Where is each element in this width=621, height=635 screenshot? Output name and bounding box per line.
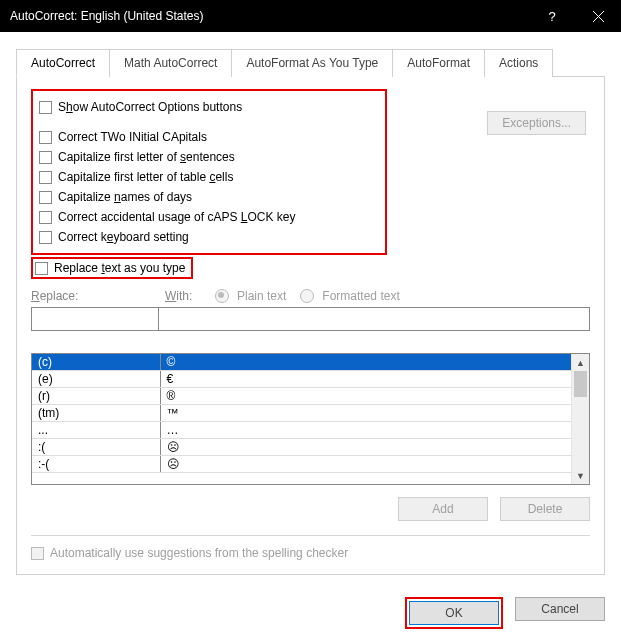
row-first-sentence: Capitalize first letter of sentences	[39, 147, 379, 167]
options-highlight: Show AutoCorrect Options buttons Correct…	[31, 89, 387, 255]
divider	[31, 535, 590, 536]
row-two-initial: Correct TWo INitial CApitals	[39, 127, 379, 147]
label-suggestions: Automatically use suggestions from the s…	[50, 546, 348, 560]
row-caps-lock: Correct accidental usage of cAPS LOCK ke…	[39, 207, 379, 227]
scroll-down-icon[interactable]: ▼	[572, 467, 589, 484]
scroll-track[interactable]	[572, 371, 589, 467]
with-input[interactable]	[159, 307, 590, 331]
cell-to: ☹	[160, 439, 571, 456]
scroll-up-icon[interactable]: ▲	[572, 354, 589, 371]
titlebar: AutoCorrect: English (United States) ?	[0, 0, 621, 32]
dialog-body: AutoCorrect Math AutoCorrect AutoFormat …	[0, 32, 621, 585]
checkbox-keyboard[interactable]	[39, 231, 52, 244]
cell-from: :-(	[32, 456, 160, 473]
add-delete-row: Add Delete	[31, 497, 590, 521]
with-label: With:	[165, 289, 201, 303]
table-scroll[interactable]: (c)©(e)€(r)®(tm)™...…:(☹:-(☹	[32, 354, 571, 484]
table-row[interactable]: ...…	[32, 422, 571, 439]
row-show-options: Show AutoCorrect Options buttons	[39, 97, 379, 117]
row-replace-type-highlight: Replace text as you type	[31, 257, 193, 279]
window-title: AutoCorrect: English (United States)	[10, 9, 529, 23]
tab-autocorrect[interactable]: AutoCorrect	[16, 49, 110, 77]
table-row[interactable]: (e)€	[32, 371, 571, 388]
cell-to: …	[160, 422, 571, 439]
suggestions-row: Automatically use suggestions from the s…	[31, 546, 590, 560]
row-keyboard: Correct keyboard setting	[39, 227, 379, 247]
close-button[interactable]	[575, 0, 621, 32]
cell-from: :(	[32, 439, 160, 456]
label-first-table: Capitalize first letter of table cells	[58, 170, 233, 184]
cell-to: ☹	[160, 456, 571, 473]
help-button[interactable]: ?	[529, 0, 575, 32]
radio-plain-wrap: Plain text	[215, 289, 286, 303]
radio-formatted	[300, 289, 314, 303]
label-show-options: Show AutoCorrect Options buttons	[58, 100, 242, 114]
row-first-table: Capitalize first letter of table cells	[39, 167, 379, 187]
inputs-row	[31, 307, 590, 331]
dialog-footer: OK Cancel	[0, 585, 621, 635]
scroll-thumb[interactable]	[574, 371, 587, 397]
cell-from: (r)	[32, 388, 160, 405]
label-caps-lock: Correct accidental usage of cAPS LOCK ke…	[58, 210, 295, 224]
cell-from: (e)	[32, 371, 160, 388]
options-column: Show AutoCorrect Options buttons Correct…	[31, 89, 387, 279]
ok-button[interactable]: OK	[409, 601, 499, 625]
checkbox-first-sentence[interactable]	[39, 151, 52, 164]
label-replace-type: Replace text as you type	[54, 261, 185, 275]
radio-formatted-label: Formatted text	[322, 289, 399, 303]
row-names-days: Capitalize names of days	[39, 187, 379, 207]
checkbox-two-initial[interactable]	[39, 131, 52, 144]
replace-with-labels: Replace: With: Plain text Formatted text	[31, 289, 590, 303]
options-area: Show AutoCorrect Options buttons Correct…	[31, 89, 590, 279]
replacements-table: (c)©(e)€(r)®(tm)™...…:(☹:-(☹ ▲ ▼	[31, 353, 590, 485]
table-row[interactable]: :-(☹	[32, 456, 571, 473]
table-row[interactable]: :(☹	[32, 439, 571, 456]
table-row[interactable]: (r)®	[32, 388, 571, 405]
tab-actions[interactable]: Actions	[484, 49, 553, 77]
checkbox-show-options[interactable]	[39, 101, 52, 114]
cell-from: ...	[32, 422, 160, 439]
checkbox-replace-type[interactable]	[35, 262, 48, 275]
table-row[interactable]: (c)©	[32, 354, 571, 371]
replace-input[interactable]	[31, 307, 159, 331]
cell-from: (tm)	[32, 405, 160, 422]
cell-from: (c)	[32, 354, 160, 371]
table-row[interactable]: (tm)™	[32, 405, 571, 422]
radio-plain-label: Plain text	[237, 289, 286, 303]
cell-to: ®	[160, 388, 571, 405]
label-names-days: Capitalize names of days	[58, 190, 192, 204]
cell-to: ©	[160, 354, 571, 371]
checkbox-first-table[interactable]	[39, 171, 52, 184]
replace-label: Replace:	[31, 289, 151, 303]
cancel-button[interactable]: Cancel	[515, 597, 605, 621]
radio-formatted-wrap: Formatted text	[300, 289, 399, 303]
radio-plain	[215, 289, 229, 303]
cell-to: €	[160, 371, 571, 388]
autocorrect-dialog: AutoCorrect: English (United States) ? A…	[0, 0, 621, 635]
tab-autoformat-as-you-type[interactable]: AutoFormat As You Type	[231, 49, 393, 77]
checkbox-suggestions	[31, 547, 44, 560]
cell-to: ™	[160, 405, 571, 422]
label-keyboard: Correct keyboard setting	[58, 230, 189, 244]
label-first-sentence: Capitalize first letter of sentences	[58, 150, 235, 164]
add-button[interactable]: Add	[398, 497, 488, 521]
checkbox-names-days[interactable]	[39, 191, 52, 204]
scrollbar[interactable]: ▲ ▼	[571, 354, 589, 484]
tab-content: Show AutoCorrect Options buttons Correct…	[16, 77, 605, 575]
label-two-initial: Correct TWo INitial CApitals	[58, 130, 207, 144]
tabstrip: AutoCorrect Math AutoCorrect AutoFormat …	[16, 48, 605, 77]
checkbox-caps-lock[interactable]	[39, 211, 52, 224]
close-icon	[593, 11, 604, 22]
ok-highlight: OK	[405, 597, 503, 629]
tab-autoformat[interactable]: AutoFormat	[392, 49, 485, 77]
tab-math-autocorrect[interactable]: Math AutoCorrect	[109, 49, 232, 77]
exceptions-wrap: Exceptions...	[487, 89, 590, 135]
delete-button[interactable]: Delete	[500, 497, 590, 521]
exceptions-button[interactable]: Exceptions...	[487, 111, 586, 135]
